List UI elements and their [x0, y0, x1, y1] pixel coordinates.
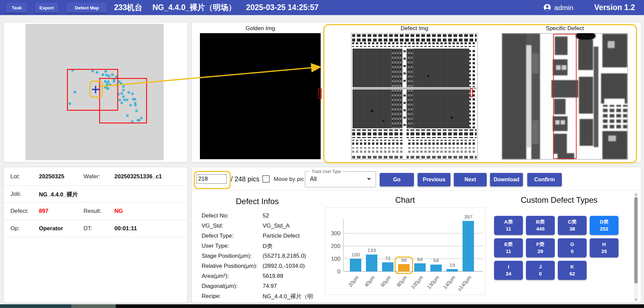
- defect-dot[interactable]: [122, 89, 125, 91]
- defect-dot[interactable]: [140, 117, 143, 119]
- defect-type-button-I[interactable]: I24: [494, 261, 523, 280]
- chart-bar[interactable]: [398, 264, 410, 271]
- defect-dot[interactable]: [73, 91, 76, 94]
- defect-dot[interactable]: [104, 70, 107, 73]
- svg-text:54: 54: [433, 257, 439, 263]
- defect-dot[interactable]: [121, 102, 123, 104]
- defect-dot[interactable]: [123, 99, 126, 101]
- defect-dot[interactable]: [111, 73, 114, 76]
- chart-bar[interactable]: [382, 262, 393, 271]
- defect-info-value: NG_4.4.0_裸片（明: [263, 293, 313, 300]
- defect-dot[interactable]: [96, 71, 98, 74]
- info-value: Operator: [39, 225, 63, 232]
- lot-info-card: Lot: 20250325 Wafer: 202503251336_c1 Job…: [3, 167, 187, 303]
- scrollbar[interactable]: ▲ ▼: [634, 192, 638, 302]
- move-by-pic-checkbox[interactable]: [262, 175, 270, 183]
- defect-dot[interactable]: [107, 80, 110, 83]
- defect-dot[interactable]: [108, 75, 110, 77]
- svg-text:200: 200: [331, 243, 340, 249]
- defect-type-button-A类[interactable]: A类11: [494, 216, 523, 235]
- defect-dot[interactable]: [136, 110, 138, 112]
- username: admin: [554, 4, 573, 12]
- defect-dot[interactable]: [138, 119, 141, 122]
- defect-dot[interactable]: [68, 102, 71, 105]
- defect-dot[interactable]: [131, 93, 134, 95]
- confirm-button[interactable]: Confirm: [527, 173, 562, 186]
- defect-dot[interactable]: [126, 99, 128, 101]
- custom-defect-types-title: Custom Defect Types: [487, 195, 631, 205]
- defect-type-button-H[interactable]: H25: [590, 238, 619, 257]
- defect-info-value: 52: [263, 212, 269, 219]
- wafer-map[interactable]: [4, 22, 187, 162]
- defect-type-button-F类[interactable]: F类29: [526, 238, 555, 257]
- defect-dot[interactable]: [128, 91, 130, 94]
- defect-dot[interactable]: [105, 74, 108, 76]
- defect-dot[interactable]: [122, 85, 125, 88]
- info-label: DT:: [84, 225, 92, 232]
- pic-count-label: / 248 pics: [231, 175, 260, 183]
- golden-image-title: Golden Img: [200, 25, 321, 32]
- app-title: 233机台 NG_4.4.0_裸片（明场） 2025-03-25 14:25:5…: [114, 0, 329, 15]
- info-label: Result:: [84, 208, 101, 214]
- svg-text:60μm: 60μm: [379, 274, 392, 288]
- defect-type-button-B类[interactable]: B类445: [526, 216, 555, 235]
- defect-dot[interactable]: [107, 87, 109, 90]
- chart-panel: 010020030010020μm13340μm7260μm5880μm6410…: [325, 207, 486, 295]
- defect-info-value: (55271.8,2185.0): [263, 253, 306, 259]
- download-button[interactable]: Download: [490, 173, 523, 186]
- defect-dot[interactable]: [91, 70, 94, 72]
- defect-type-button-K[interactable]: K62: [558, 261, 587, 280]
- defect-type-button-D类[interactable]: D类252: [590, 216, 619, 235]
- defect-map-button[interactable]: Defect Map: [66, 3, 107, 13]
- previous-button[interactable]: Previous: [418, 173, 450, 186]
- defect-dot[interactable]: [131, 121, 133, 123]
- result-value: NG: [114, 208, 123, 214]
- defect-dot[interactable]: [120, 82, 122, 85]
- task-button[interactable]: Task: [6, 3, 28, 13]
- defect-dot[interactable]: [134, 98, 136, 101]
- chart-bar[interactable]: [350, 259, 361, 271]
- defect-dot[interactable]: [126, 115, 129, 117]
- next-button[interactable]: Next: [454, 173, 487, 186]
- pic-index-input[interactable]: [197, 174, 227, 184]
- defect-image-title: Defect Img: [351, 25, 478, 32]
- defect-dot[interactable]: [121, 93, 123, 95]
- defect-info-label: Defect No:: [202, 212, 263, 219]
- scrollbar-thumb[interactable]: [634, 197, 638, 284]
- defect-dot[interactable]: [113, 80, 115, 83]
- defect-info-value: 5619.88: [263, 273, 283, 280]
- defect-type-button-C类[interactable]: C类38: [558, 216, 587, 235]
- chart-bar[interactable]: [366, 254, 377, 271]
- scroll-up-icon[interactable]: ▲: [634, 192, 638, 196]
- track-user-type-value: All: [310, 176, 317, 183]
- export-button[interactable]: Export: [35, 3, 58, 13]
- defect-dot[interactable]: [119, 99, 121, 101]
- chart-bar[interactable]: [463, 221, 474, 271]
- defect-info-row: Defect Type:Particle Defect: [202, 231, 336, 241]
- go-button[interactable]: Go: [380, 173, 414, 186]
- golden-image: [200, 33, 321, 159]
- svg-text:≥140μm: ≥140μm: [456, 274, 472, 292]
- defect-dot[interactable]: [129, 104, 132, 107]
- title-datetime: 2025-03-25 14:25:57: [246, 3, 319, 12]
- defect-info-row: Diagonal(μm):74.97: [202, 281, 336, 291]
- defect-dot[interactable]: [135, 104, 137, 107]
- defect-type-button-E类[interactable]: E类11: [494, 238, 523, 257]
- svg-text:397: 397: [464, 214, 472, 220]
- defect-dot[interactable]: [122, 96, 125, 98]
- defect-dot[interactable]: [102, 73, 104, 76]
- chart-bar[interactable]: [414, 263, 426, 271]
- defect-dot[interactable]: [134, 102, 137, 105]
- svg-text:140μm: 140μm: [442, 274, 457, 290]
- defect-dot[interactable]: [106, 83, 108, 85]
- defect-dot[interactable]: [109, 83, 111, 86]
- user-menu[interactable]: admin: [543, 4, 573, 12]
- chart-bar[interactable]: [446, 269, 458, 271]
- move-by-pic-label: Move by pic: [274, 176, 304, 183]
- defect-type-button-G[interactable]: G0: [558, 238, 587, 257]
- chart-bar[interactable]: [430, 264, 442, 271]
- scroll-down-icon[interactable]: ▼: [634, 298, 638, 302]
- defect-dot[interactable]: [104, 80, 107, 83]
- track-user-type-select[interactable]: Track User Type All: [305, 171, 376, 187]
- defect-type-button-J[interactable]: J0: [526, 261, 555, 280]
